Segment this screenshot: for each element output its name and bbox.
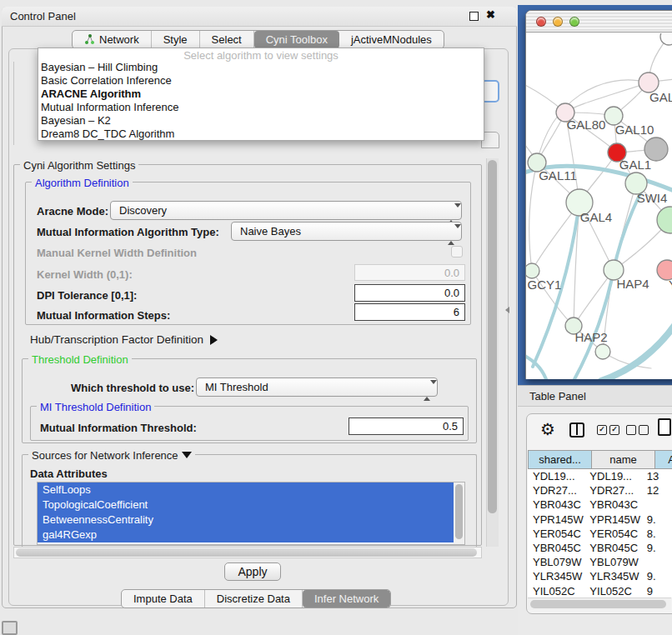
mi-type-value: Naive Bayes [240, 225, 301, 238]
algorithm-option[interactable]: Mutual Information Inference [38, 101, 484, 114]
network-edge[interactable] [565, 82, 649, 112]
network-node[interactable] [660, 33, 672, 45]
algorithm-option[interactable]: Bayesian – Hill Climbing [38, 61, 484, 74]
network-icon [84, 34, 95, 45]
zoom-button[interactable] [569, 17, 579, 27]
network-node[interactable] [595, 344, 610, 359]
table-row[interactable]: YIL052CYIL052C9 [528, 584, 672, 598]
table-row[interactable]: YLR345WYLR345W9. [528, 569, 672, 583]
table-row[interactable]: YBR045CYBR045C9. [528, 541, 672, 555]
dpi-tolerance-field[interactable]: 0.0 [354, 284, 465, 302]
settings-vscrollbar-thumb[interactable] [488, 160, 497, 513]
tab-select[interactable]: Select [200, 31, 254, 48]
table-cell: 9. [642, 569, 672, 583]
tab-infer-network[interactable]: Infer Network [303, 590, 390, 608]
table-cell: YDR27... [528, 483, 584, 498]
tab-jactivemnodules[interactable]: jActiveMNodules [339, 31, 444, 48]
deselect-all-icon[interactable] [626, 425, 649, 435]
tab-impute-data[interactable]: Impute Data [122, 590, 205, 608]
cyni-settings-legend: Cyni Algorithm Settings [20, 159, 138, 172]
table-cell: 12 [642, 483, 672, 498]
column-header[interactable]: name [591, 450, 654, 469]
table-row[interactable]: YBL079WYBL079W [528, 555, 672, 569]
which-threshold-value: MI Threshold [205, 381, 268, 393]
algorithm-option[interactable]: Basic Correlation Inference [38, 74, 484, 88]
table-row[interactable]: YDL19...YDL19...13 [528, 469, 672, 483]
tab-label: Impute Data [133, 590, 193, 608]
network-window[interactable]: GALGAL80GAL10GAL1GAL11SWI4GAL4GCY1HAP4YH… [525, 10, 672, 379]
table-cell: YER054C [584, 527, 641, 541]
mi-type-select[interactable]: Naive Bayes [231, 222, 462, 241]
threshold-definition-legend: Threshold Definition [28, 353, 132, 366]
sources-legend-label: Sources for Network Inference [32, 449, 178, 462]
manual-kernel-checkbox[interactable] [451, 246, 463, 258]
algorithm-option[interactable]: ARACNE Algorithm [38, 88, 484, 101]
attribute-item[interactable]: gal4RGexp [38, 528, 464, 542]
data-attributes-list[interactable]: SelfLoopsTopologicalCoefficientBetweenne… [37, 482, 465, 545]
network-edge-thick[interactable] [601, 317, 672, 379]
table-cell: YPR145W [528, 512, 584, 527]
table-cell: YDL19... [528, 469, 584, 483]
table-cell: YBR043C [584, 498, 641, 512]
network-node[interactable] [657, 207, 672, 233]
aracne-mode-select[interactable]: Discovery [110, 201, 462, 220]
network-window-titlebar[interactable] [526, 11, 672, 32]
close-icon[interactable]: ✖ [486, 8, 495, 21]
algorithm-option[interactable]: Bayesian – K2 [38, 114, 484, 128]
kernel-width-field[interactable]: 0.0 [354, 264, 465, 281]
table-row[interactable]: YDR27...YDR27...12 [528, 483, 672, 498]
attribute-item[interactable]: BetweennessCentrality [38, 512, 464, 528]
attribute-item[interactable]: TopologicalCoefficient [38, 498, 464, 512]
table-cell: YDL19... [584, 469, 641, 483]
table-cell: YLR345W [528, 569, 584, 583]
hub-definition-toggle[interactable]: Hub/Transcription Factor Definition [30, 333, 218, 346]
select-all-icon[interactable]: ✓✓ [597, 425, 619, 435]
control-panel-titlebar[interactable] [2, 7, 517, 27]
table-cell: YBR043C [528, 498, 584, 512]
table-cell: YPR145W [584, 512, 641, 527]
which-threshold-select[interactable]: MI Threshold [196, 378, 438, 397]
columns-icon[interactable] [569, 422, 584, 438]
node-label: GCY1 [528, 278, 562, 292]
stepper-icon [448, 226, 455, 243]
attributes-scrollbar-thumb[interactable] [455, 484, 463, 539]
network-canvas[interactable]: GALGAL80GAL10GAL1GAL11SWI4GAL4GCY1HAP4YH… [526, 33, 672, 379]
network-edge[interactable] [529, 162, 537, 271]
close-button[interactable] [536, 17, 546, 27]
tab-cyni-toolbox[interactable]: Cyni Toolbox [254, 31, 339, 48]
desktop-area: GALGAL80GAL10GAL1GAL11SWI4GAL4GCY1HAP4YH… [518, 5, 672, 385]
mi-steps-label: Mutual Information Steps: [37, 309, 170, 322]
table-row[interactable]: YER054CYER054C8. [528, 527, 672, 541]
mi-threshold-field[interactable]: 0.5 [349, 418, 464, 435]
tab-network[interactable]: Network [73, 31, 152, 48]
tab-style[interactable]: Style [152, 31, 200, 48]
column-header[interactable]: shared... [528, 450, 591, 469]
float-window-icon[interactable] [469, 12, 479, 21]
hidden-fieldset-edge [13, 62, 14, 145]
node-label: Y [669, 278, 672, 292]
minimized-panel-icon[interactable] [2, 621, 18, 635]
new-document-icon[interactable] [658, 418, 671, 436]
tab-label: Select [212, 31, 242, 48]
table-hscrollbar-thumb[interactable] [530, 600, 666, 608]
sources-legend[interactable]: Sources for Network Inference [28, 449, 195, 462]
table-panel-title: Table Panel [529, 390, 586, 402]
network-node[interactable] [526, 263, 539, 278]
table-row[interactable]: YBR043CYBR043C [528, 498, 672, 512]
panel-collapse-arrow-icon[interactable] [505, 307, 509, 313]
attribute-item[interactable]: SelfLoops [38, 482, 464, 498]
mi-type-label: Mutual Information Algorithm Type: [37, 226, 219, 238]
aracne-mode-value: Discovery [119, 204, 167, 217]
expand-right-icon [210, 335, 218, 345]
gear-icon[interactable]: ⚙ [540, 419, 555, 439]
mi-steps-field[interactable]: 6 [354, 303, 465, 321]
mi-threshold-legend: MI Threshold Definition [37, 401, 154, 413]
table-row[interactable]: YPR145WYPR145W9. [528, 512, 672, 527]
settings-hscrollbar-thumb[interactable] [16, 548, 477, 557]
node-label: GAL [649, 90, 672, 104]
column-header[interactable]: A [654, 450, 672, 469]
tab-discretize-data[interactable]: Discretize Data [205, 590, 303, 608]
apply-button[interactable]: Apply [224, 562, 281, 581]
minimize-button[interactable] [553, 17, 563, 27]
algorithm-option[interactable]: Dream8 DC_TDC Algorithm [38, 128, 484, 141]
